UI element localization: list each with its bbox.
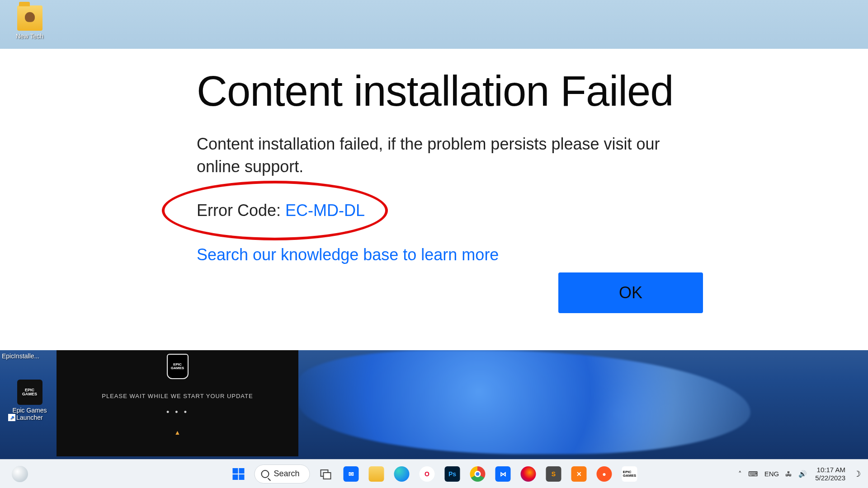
- file-explorer-icon[interactable]: [367, 465, 386, 483]
- folder-icon: [17, 5, 42, 31]
- taskbar-search[interactable]: Search: [254, 465, 310, 483]
- search-label: Search: [274, 469, 299, 479]
- keyboard-icon[interactable]: ⌨: [748, 470, 758, 478]
- xampp-icon[interactable]: ✕: [570, 465, 589, 483]
- svg-rect-2: [232, 474, 238, 480]
- dialog-body: Content installation failed, if the prob…: [197, 133, 703, 178]
- error-code-label: Error Code:: [197, 201, 285, 220]
- mail-icon[interactable]: ✉: [342, 465, 361, 483]
- sublime-icon[interactable]: S: [544, 465, 563, 483]
- dialog-title: Content installation Failed: [197, 67, 703, 116]
- focus-assist-icon[interactable]: ☽: [854, 469, 861, 479]
- screen-recorder-icon[interactable]: ●: [595, 465, 614, 483]
- knowledge-base-link[interactable]: Search our knowledge base to learn more: [197, 245, 703, 264]
- svg-rect-5: [324, 473, 331, 479]
- search-icon: [261, 470, 269, 478]
- photoshop-icon[interactable]: Ps: [443, 465, 462, 483]
- volume-icon[interactable]: 🔊: [798, 470, 807, 478]
- ok-button[interactable]: OK: [558, 272, 703, 313]
- start-button[interactable]: [229, 465, 248, 483]
- edge-icon[interactable]: [392, 465, 411, 483]
- system-tray: ˄ ⌨ ENG 🖧 🔊 10:17 AM 5/22/2023 ☽: [738, 466, 861, 482]
- clock-time: 10:17 AM: [815, 466, 845, 474]
- taskbar: Search ✉ O Ps ⋈ S ✕ ● EPICGAMES ˄ ⌨ ENG …: [0, 459, 868, 488]
- network-icon[interactable]: 🖧: [785, 470, 792, 478]
- chrome-icon[interactable]: [468, 465, 487, 483]
- error-code-value[interactable]: EC-MD-DL: [285, 201, 365, 220]
- task-view-button[interactable]: [316, 465, 335, 483]
- tray-chevron-up-icon[interactable]: ˄: [738, 470, 742, 478]
- splash-message: PLEASE WAIT WHILE WE START YOUR UPDATE: [102, 393, 253, 399]
- weather-icon[interactable]: [12, 466, 28, 482]
- taskbar-clock[interactable]: 10:17 AM 5/22/2023: [815, 466, 845, 482]
- opera-icon[interactable]: O: [418, 465, 437, 483]
- error-dialog: Content installation Failed Content inst…: [0, 49, 868, 350]
- epic-splash-window: EPIC GAMES PLEASE WAIT WHILE WE START YO…: [57, 350, 298, 456]
- taskbar-center: Search ✉ O Ps ⋈ S ✕ ● EPICGAMES: [229, 465, 639, 483]
- epic-games-taskbar-icon[interactable]: EPICGAMES: [620, 465, 639, 483]
- shortcut-arrow-icon: ↗: [8, 414, 15, 421]
- epic-logo-icon: EPIC GAMES: [167, 354, 189, 379]
- svg-rect-3: [239, 474, 244, 480]
- svg-rect-0: [232, 468, 238, 474]
- desktop-icon-new-tech[interactable]: New Tech: [8, 5, 51, 40]
- desktop-icon-epic-launcher[interactable]: EPIC GAMES ↗ Epic Games Launcher: [8, 380, 51, 421]
- loading-dots-icon: • • •: [166, 408, 189, 417]
- desktop-icon-label: New Tech: [8, 33, 51, 40]
- vscode-icon[interactable]: ⋈: [494, 465, 513, 483]
- error-code-line: Error Code: EC-MD-DL: [197, 201, 703, 220]
- epic-icon: EPIC GAMES ↗: [17, 380, 42, 405]
- firefox-icon[interactable]: [519, 465, 538, 483]
- svg-rect-1: [239, 468, 244, 474]
- desktop-icon-epic-installer-label[interactable]: EpicInstalle...: [2, 352, 39, 360]
- language-indicator[interactable]: ENG: [764, 470, 779, 478]
- clock-date: 5/22/2023: [815, 474, 845, 482]
- warning-icon: ▲: [175, 429, 181, 436]
